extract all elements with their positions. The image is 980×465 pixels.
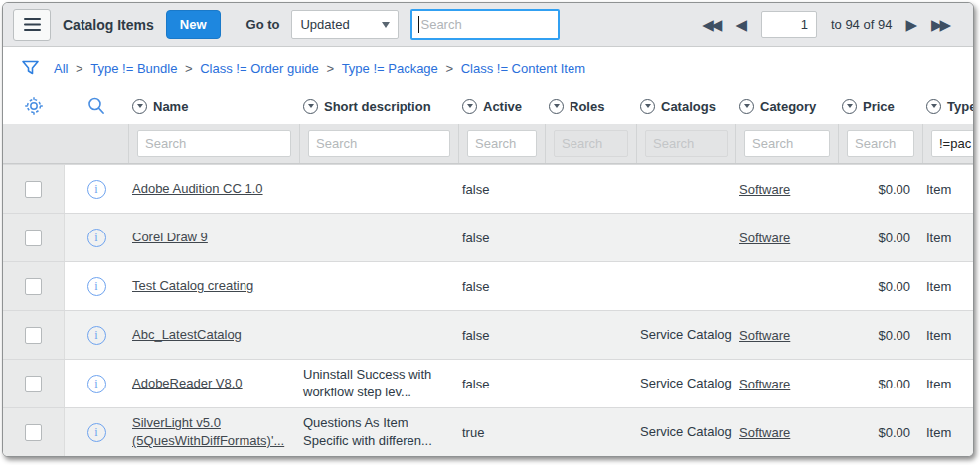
breadcrumb-separator: > <box>442 61 457 76</box>
column-filter-input[interactable] <box>467 130 537 157</box>
column-header[interactable]: Type <box>922 99 974 114</box>
cell-short-description: Uninstall Success with workflow step lev… <box>299 360 458 407</box>
cell-type: Item <box>922 165 974 213</box>
row-checkbox[interactable] <box>25 327 42 344</box>
table-row: i Test Catalog creating false $0.00 Item <box>3 261 973 310</box>
column-filter-input[interactable] <box>137 130 291 157</box>
column-menu-icon[interactable] <box>549 99 564 114</box>
category-link[interactable]: Software <box>739 182 790 197</box>
column-header-label: Short description <box>324 99 431 114</box>
cell-catalogs: Service Catalog <box>636 408 735 456</box>
column-header[interactable]: Price <box>838 99 922 114</box>
filter-funnel-icon[interactable] <box>21 59 40 78</box>
search-icon[interactable] <box>86 96 106 116</box>
breadcrumb-separator: > <box>181 61 196 76</box>
list-header-bar: Catalog Items New Go to Updated ◀◀ ◀ to … <box>3 3 973 47</box>
cell-category: Software <box>735 214 838 261</box>
first-page-button[interactable]: ◀◀ <box>702 17 722 32</box>
column-header[interactable]: Name <box>128 99 299 114</box>
breadcrumb-link[interactable]: All <box>54 61 68 76</box>
row-info-cell: i <box>65 262 128 310</box>
table-row: i SilverLight v5.0 (5QuesWithDiffFormats… <box>3 407 973 456</box>
row-checkbox[interactable] <box>25 278 42 295</box>
chevron-down-icon <box>382 22 390 28</box>
cell-type: Item <box>922 408 974 456</box>
column-menu-icon[interactable] <box>842 99 857 114</box>
column-filter-input[interactable] <box>847 130 914 157</box>
item-name-link[interactable]: SilverLight v5.0 (5QuesWithDiffFormats)'… <box>132 414 295 449</box>
breadcrumb-link[interactable]: Class != Order guide <box>200 61 319 76</box>
column-menu-icon[interactable] <box>640 99 655 114</box>
item-name-link[interactable]: Corel Draw 9 <box>132 229 208 246</box>
column-menu-icon[interactable] <box>739 99 754 114</box>
cell-active: true <box>458 408 545 456</box>
next-page-button[interactable]: ▶ <box>905 17 917 32</box>
breadcrumb-link[interactable]: Type != Package <box>342 61 438 76</box>
category-link[interactable]: Software <box>739 425 790 440</box>
row-checkbox[interactable] <box>25 424 42 441</box>
column-header[interactable]: Short description <box>299 99 458 114</box>
cell-price: $0.00 <box>838 165 922 213</box>
list-menu-button[interactable] <box>13 9 51 41</box>
goto-field-select[interactable]: Updated <box>291 10 399 39</box>
info-icon[interactable]: i <box>87 180 106 199</box>
new-button[interactable]: New <box>166 10 221 39</box>
column-header[interactable]: Category <box>735 99 838 114</box>
row-select-cell <box>3 214 65 261</box>
row-checkbox[interactable] <box>25 181 42 198</box>
column-filter-input <box>554 130 628 157</box>
breadcrumb-bar: All > Type != Bundle > Class != Order gu… <box>3 47 973 88</box>
goto-search-input[interactable] <box>410 9 560 40</box>
item-name-link[interactable]: Abc_LatestCatalog <box>132 326 242 344</box>
row-select-cell <box>3 408 65 456</box>
prev-page-button[interactable]: ◀ <box>735 17 747 32</box>
info-icon[interactable]: i <box>87 229 106 247</box>
category-link[interactable]: Software <box>739 328 790 343</box>
page-number-input[interactable] <box>761 11 817 38</box>
column-header[interactable]: Active <box>458 99 545 114</box>
breadcrumb-link[interactable]: Class != Content Item <box>461 61 585 76</box>
info-icon[interactable]: i <box>87 326 106 345</box>
info-icon[interactable]: i <box>87 277 106 296</box>
column-menu-icon[interactable] <box>303 99 318 114</box>
column-header-label: Type <box>947 99 974 114</box>
row-info-cell: i <box>65 311 128 359</box>
row-select-cell <box>3 262 65 310</box>
column-filter-input[interactable] <box>931 130 974 157</box>
list-search-cell <box>65 96 128 116</box>
cell-name: Abc_LatestCatalog <box>128 311 299 359</box>
item-name-link[interactable]: Adobe Audition CC 1.0 <box>132 180 263 198</box>
column-filter-input[interactable] <box>308 130 450 157</box>
row-select-cell <box>3 165 65 213</box>
item-name-link[interactable]: AdobeReader V8.0 <box>132 375 243 392</box>
goto-label: Go to <box>246 17 280 32</box>
breadcrumb-separator: > <box>72 61 86 76</box>
last-page-button[interactable]: ▶▶ <box>931 17 951 32</box>
column-menu-icon[interactable] <box>132 99 147 114</box>
cell-catalogs <box>636 262 735 310</box>
breadcrumb-link[interactable]: Type != Bundle <box>90 61 177 76</box>
cell-roles <box>545 262 636 310</box>
column-filter-cell <box>922 124 974 163</box>
info-icon[interactable]: i <box>87 423 106 442</box>
cell-type: Item <box>922 311 974 359</box>
column-header-label: Roles <box>570 99 604 114</box>
cell-name: Corel Draw 9 <box>128 214 299 261</box>
info-icon[interactable]: i <box>87 375 106 393</box>
row-info-cell: i <box>65 408 128 456</box>
row-select-cell <box>3 311 65 359</box>
item-name-link[interactable]: Test Catalog creating <box>132 277 253 295</box>
text-cursor <box>418 16 419 33</box>
column-menu-icon[interactable] <box>462 99 477 114</box>
category-link[interactable]: Software <box>739 377 790 391</box>
category-link[interactable]: Software <box>739 231 790 245</box>
column-filter-cell <box>545 124 636 163</box>
gear-icon[interactable] <box>24 96 44 116</box>
row-checkbox[interactable] <box>25 230 42 246</box>
column-header-label: Name <box>153 99 188 114</box>
column-header[interactable]: Catalogs <box>636 99 735 114</box>
column-menu-icon[interactable] <box>926 99 941 114</box>
column-header[interactable]: Roles <box>545 99 636 114</box>
column-filter-input[interactable] <box>744 130 830 157</box>
row-checkbox[interactable] <box>25 376 42 392</box>
